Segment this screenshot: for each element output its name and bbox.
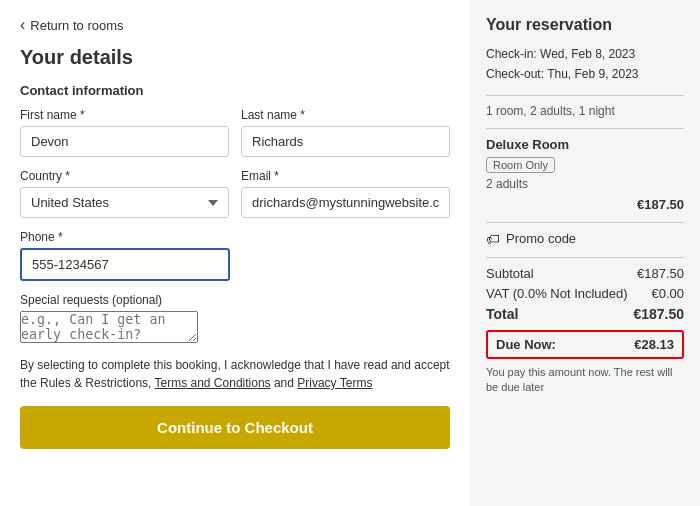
right-panel: Your reservation Check-in: Wed, Feb 8, 2… xyxy=(470,0,700,506)
subtotal-row: Subtotal €187.50 xyxy=(486,266,684,281)
phone-input[interactable] xyxy=(20,248,230,281)
phone-label: Phone * xyxy=(20,230,230,244)
divider-3 xyxy=(486,222,684,223)
last-name-input[interactable] xyxy=(241,126,450,157)
last-name-group: Last name * xyxy=(241,108,450,157)
left-panel: Return to rooms Your details Contact inf… xyxy=(0,0,470,506)
name-row: First name * Last name * xyxy=(20,108,450,157)
divider-1 xyxy=(486,95,684,96)
country-group: Country * United States xyxy=(20,169,229,218)
last-name-label: Last name * xyxy=(241,108,450,122)
totals: Subtotal €187.50 VAT (0.0% Not Included)… xyxy=(486,266,684,322)
terms-text: By selecting to complete this booking, I… xyxy=(20,356,450,392)
due-now-box: Due Now: €28.13 xyxy=(486,330,684,359)
checkout-date: Check-out: Thu, Feb 9, 2023 xyxy=(486,64,684,84)
total-label: Total xyxy=(486,306,518,322)
divider-4 xyxy=(486,257,684,258)
reservation-title: Your reservation xyxy=(486,16,684,34)
due-later-text: You pay this amount now. The rest will b… xyxy=(486,365,684,396)
first-name-label: First name * xyxy=(20,108,229,122)
promo-code[interactable]: Promo code xyxy=(486,231,684,247)
checkout-button[interactable]: Continue to Checkout xyxy=(20,406,450,449)
room-adults: 2 adults xyxy=(486,177,684,191)
checkin-date: Check-in: Wed, Feb 8, 2023 xyxy=(486,44,684,64)
country-email-row: Country * United States Email * xyxy=(20,169,450,218)
vat-label: VAT (0.0% Not Included) xyxy=(486,286,628,301)
subtotal-value: €187.50 xyxy=(637,266,684,281)
room-price: €187.50 xyxy=(486,197,684,212)
due-now-value: €28.13 xyxy=(634,337,674,352)
page-title: Your details xyxy=(20,46,450,69)
reservation-dates: Check-in: Wed, Feb 8, 2023 Check-out: Th… xyxy=(486,44,684,85)
phone-row: Phone * xyxy=(20,230,450,281)
country-label: Country * xyxy=(20,169,229,183)
back-link[interactable]: Return to rooms xyxy=(20,16,450,34)
total-value: €187.50 xyxy=(633,306,684,322)
room-summary: 1 room, 2 adults, 1 night xyxy=(486,104,684,118)
special-requests-textarea[interactable] xyxy=(20,311,198,343)
room-name: Deluxe Room xyxy=(486,137,684,152)
vat-row: VAT (0.0% Not Included) €0.00 xyxy=(486,286,684,301)
privacy-terms-link[interactable]: Privacy Terms xyxy=(297,376,372,390)
due-now-label: Due Now: xyxy=(496,337,556,352)
terms-conditions-link[interactable]: Terms and Conditions xyxy=(155,376,271,390)
room-tag: Room Only xyxy=(486,157,555,173)
special-requests-label: Special requests (optional) xyxy=(20,293,450,307)
contact-section-title: Contact information xyxy=(20,83,450,98)
divider-2 xyxy=(486,128,684,129)
email-label: Email * xyxy=(241,169,450,183)
total-row: Total €187.50 xyxy=(486,306,684,322)
vat-value: €0.00 xyxy=(651,286,684,301)
email-group: Email * xyxy=(241,169,450,218)
first-name-input[interactable] xyxy=(20,126,229,157)
first-name-group: First name * xyxy=(20,108,229,157)
country-select[interactable]: United States xyxy=(20,187,229,218)
email-input[interactable] xyxy=(241,187,450,218)
phone-group: Phone * xyxy=(20,230,230,281)
subtotal-label: Subtotal xyxy=(486,266,534,281)
special-requests-group: Special requests (optional) xyxy=(20,293,450,346)
